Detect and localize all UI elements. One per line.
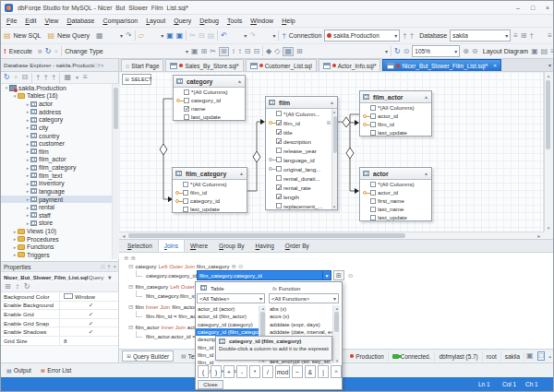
- select-node[interactable]: ⊞ SELECT: [122, 74, 151, 85]
- categorize-icon[interactable]: ⊞: [5, 283, 11, 291]
- new-connection-icon[interactable]: †: [410, 32, 414, 40]
- expression-editor-button[interactable]: ⊞: [333, 270, 344, 280]
- tree-root[interactable]: ▾sakila.Production: [1, 84, 112, 92]
- toolbar1-more-icon[interactable]: ≡: [548, 32, 552, 40]
- tree-item-actor[interactable]: ▸actor: [1, 100, 112, 108]
- column-row[interactable]: language_id: [266, 155, 337, 164]
- column-row[interactable]: film_id⊞: [266, 118, 337, 127]
- layout-diagram-button[interactable]: Layout Diagram: [483, 48, 528, 54]
- table-node-film-actor[interactable]: film_actor▲ *(All Columns) actor_id film…: [359, 90, 432, 137]
- add-condition-icon[interactable]: ⊕: [130, 255, 135, 262]
- explorer-pin3-icon[interactable]: †: [52, 74, 55, 81]
- new-document-dropdown-icon[interactable]: ▾: [117, 32, 123, 39]
- compare-icon[interactable]: †: [530, 32, 534, 40]
- tree-item-payment[interactable]: ▸payment: [1, 196, 112, 204]
- join-options-icon[interactable]: ⊙: [238, 263, 243, 270]
- status-window-icon[interactable]: □: [537, 351, 546, 361]
- scroll-right-icon[interactable]: ►: [536, 233, 543, 239]
- tree-item-category[interactable]: ▸category: [1, 116, 112, 125]
- table-scrollbar[interactable]: ▴▾: [331, 109, 337, 209]
- operator-button[interactable]: |: [318, 365, 329, 378]
- properties-window-icon[interactable]: □: [102, 264, 105, 269]
- tree-group-procedures[interactable]: ▸Procedures: [1, 235, 112, 244]
- column-row[interactable]: film_id: [173, 188, 247, 196]
- show-joins-icon[interactable]: ⊞: [219, 47, 229, 56]
- show-grid-icon[interactable]: ▦: [283, 47, 294, 56]
- properties-close-icon[interactable]: ×: [113, 264, 116, 269]
- status-monitor-icon[interactable]: ▣: [526, 352, 534, 360]
- popup-close-button[interactable]: Close: [198, 380, 223, 389]
- toolbar-overflow-icon[interactable]: ≡: [513, 32, 518, 40]
- column-checkbox[interactable]: [184, 114, 189, 120]
- window-layout-icon[interactable]: ⊞: [521, 32, 527, 40]
- operator-button[interactable]: (: [198, 365, 209, 378]
- join-field-combo-arrow-icon[interactable]: ▼: [322, 270, 331, 280]
- join-row-4[interactable]: ⊟ film_actorInner Joinactor: [128, 324, 199, 331]
- explorer-pin2-icon[interactable]: †: [44, 74, 48, 81]
- column-checkbox[interactable]: [370, 198, 376, 204]
- table-options-icon[interactable]: ⊞: [296, 48, 303, 55]
- column-checkbox[interactable]: [184, 98, 189, 103]
- open-file-icon[interactable]: ▱: [138, 32, 144, 40]
- column-row[interactable]: first_name: [360, 196, 431, 205]
- tree-item-film-category[interactable]: ▸film_category: [1, 163, 112, 172]
- column-row[interactable]: last_update: [174, 113, 245, 121]
- cancel-icon[interactable]: ×: [54, 48, 59, 55]
- explorer-refresh-icon[interactable]: ↻: [4, 74, 10, 81]
- menu-debug[interactable]: Debug: [199, 18, 219, 24]
- canvas-vscrollbar[interactable]: ▴ ▾: [544, 72, 551, 232]
- column-row[interactable]: *(All Columns): [360, 180, 431, 188]
- paste-icon[interactable]: ▤: [208, 32, 215, 40]
- minimize-button[interactable]: –: [511, 5, 525, 11]
- properties-type-dropdown-icon[interactable]: ▾: [105, 274, 111, 280]
- operator-button[interactable]: mod: [275, 365, 290, 378]
- column-checkbox[interactable]: [276, 120, 282, 125]
- status-database[interactable]: sakila: [501, 351, 524, 362]
- join-row-2[interactable]: ⊟ film_categoryLeft Outer J: [128, 283, 199, 291]
- collapse-join-icon[interactable]: ⊟: [128, 263, 133, 270]
- property-row[interactable]: Enable Background ✓: [1, 302, 118, 311]
- save-icon[interactable]: ▣: [166, 32, 174, 40]
- column-checkbox[interactable]: [370, 113, 376, 119]
- property-row[interactable]: Enable Grid Snap ✓: [1, 319, 118, 328]
- column-checkbox[interactable]: [276, 148, 282, 153]
- new-sql-button[interactable]: New SQL: [14, 32, 42, 39]
- sort-desc-icon[interactable]: ↕: [238, 48, 242, 55]
- property-row[interactable]: Enable Grid ✓: [1, 310, 118, 319]
- save-all-icon[interactable]: ▣: [176, 32, 184, 40]
- change-type-button[interactable]: Change Type: [65, 48, 103, 54]
- new-query-button[interactable]: New Query: [57, 32, 90, 39]
- change-type-dropdown-icon[interactable]: ▾: [183, 48, 188, 54]
- function-item[interactable]: acos (x): [268, 313, 332, 320]
- column-row[interactable]: category_id: [173, 196, 247, 205]
- tree-item-customer[interactable]: ▸customer: [1, 139, 112, 148]
- column-row[interactable]: length: [266, 192, 337, 201]
- menu-window[interactable]: Window: [250, 18, 273, 24]
- column-row[interactable]: original_lang...: [266, 164, 337, 173]
- filter-dropdown-icon[interactable]: ▾: [257, 295, 262, 302]
- explorer-copy-icon[interactable]: ⊟: [21, 74, 28, 81]
- status-server[interactable]: dbfmylast (5.7): [435, 351, 482, 362]
- column-row[interactable]: *(All Columns): [174, 88, 245, 96]
- tab-overflow-icon[interactable]: ▾: [546, 62, 551, 68]
- explorer-filter-icon[interactable]: ▼: [75, 76, 79, 80]
- column-checkbox[interactable]: [276, 203, 282, 208]
- edit-icon[interactable]: ✂: [210, 48, 216, 55]
- collapse-icon[interactable]: ▲: [237, 78, 242, 84]
- operator-button[interactable]: /: [262, 365, 273, 378]
- connection-combo-arrow-icon[interactable]: ▾: [391, 32, 397, 39]
- tree-item-store[interactable]: ▸store: [1, 220, 112, 228]
- tree-item-language[interactable]: ▸language: [1, 187, 112, 196]
- tab-close-icon[interactable]: ×: [493, 63, 497, 68]
- column-checkbox[interactable]: [184, 106, 189, 112]
- function-item[interactable]: adddate (date, interval, exp: [268, 328, 332, 336]
- table-node-category[interactable]: category▲ *(All Columns) category_id nam…: [173, 75, 246, 121]
- column-item[interactable]: category_id (category): [196, 321, 259, 328]
- tree-item-address[interactable]: ▸address: [1, 108, 112, 116]
- tree-group-tables[interactable]: ▾Tables (16): [1, 92, 112, 101]
- tab-start-page[interactable]: ⌂ Start Page: [121, 59, 163, 71]
- copy-diagram-icon[interactable]: ⊟: [245, 48, 251, 55]
- stop-icon[interactable]: ■: [38, 48, 42, 55]
- maximize-button[interactable]: □: [525, 5, 540, 11]
- new-document-icon[interactable]: ▦: [96, 32, 103, 40]
